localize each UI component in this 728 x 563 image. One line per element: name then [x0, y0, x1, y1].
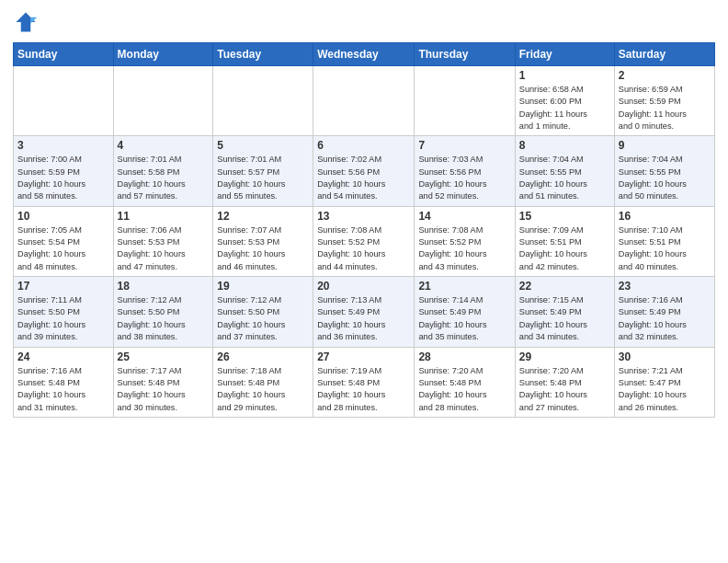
weekday-header-friday: Friday — [515, 43, 614, 66]
day-number: 6 — [317, 139, 410, 152]
day-cell: 30Sunrise: 7:21 AM Sunset: 5:47 PM Dayli… — [614, 347, 714, 417]
day-info: Sunrise: 7:17 AM Sunset: 5:48 PM Dayligh… — [118, 365, 210, 414]
svg-marker-1 — [30, 17, 37, 24]
calendar-table: SundayMondayTuesdayWednesdayThursdayFrid… — [13, 42, 715, 418]
logo-icon — [13, 9, 39, 35]
day-number: 2 — [619, 69, 711, 82]
day-info: Sunrise: 7:08 AM Sunset: 5:52 PM Dayligh… — [317, 224, 410, 273]
header — [13, 9, 715, 35]
day-info: Sunrise: 7:15 AM Sunset: 5:49 PM Dayligh… — [519, 294, 610, 343]
day-info: Sunrise: 7:08 AM Sunset: 5:52 PM Dayligh… — [418, 224, 510, 273]
day-info: Sunrise: 6:59 AM Sunset: 5:59 PM Dayligh… — [619, 84, 711, 132]
day-info: Sunrise: 7:19 AM Sunset: 5:48 PM Dayligh… — [317, 365, 410, 414]
day-info: Sunrise: 7:02 AM Sunset: 5:56 PM Dayligh… — [317, 154, 410, 202]
day-cell: 10Sunrise: 7:05 AM Sunset: 5:54 PM Dayli… — [14, 206, 114, 276]
day-number: 1 — [519, 69, 610, 82]
day-cell: 7Sunrise: 7:03 AM Sunset: 5:56 PM Daylig… — [415, 136, 515, 206]
day-info: Sunrise: 7:06 AM Sunset: 5:53 PM Dayligh… — [118, 224, 210, 273]
day-info: Sunrise: 7:07 AM Sunset: 5:53 PM Dayligh… — [217, 224, 309, 273]
day-info: Sunrise: 7:18 AM Sunset: 5:48 PM Dayligh… — [217, 365, 309, 414]
day-cell: 19Sunrise: 7:12 AM Sunset: 5:50 PM Dayli… — [213, 277, 313, 347]
day-cell: 5Sunrise: 7:01 AM Sunset: 5:57 PM Daylig… — [213, 136, 313, 206]
day-info: Sunrise: 6:58 AM Sunset: 6:00 PM Dayligh… — [519, 84, 610, 132]
day-cell: 6Sunrise: 7:02 AM Sunset: 5:56 PM Daylig… — [313, 136, 415, 206]
day-cell: 15Sunrise: 7:09 AM Sunset: 5:51 PM Dayli… — [515, 206, 614, 276]
day-cell: 26Sunrise: 7:18 AM Sunset: 5:48 PM Dayli… — [213, 347, 313, 417]
day-number: 23 — [619, 280, 711, 293]
day-info: Sunrise: 7:09 AM Sunset: 5:51 PM Dayligh… — [519, 224, 610, 273]
day-cell: 8Sunrise: 7:04 AM Sunset: 5:55 PM Daylig… — [515, 136, 614, 206]
day-info: Sunrise: 7:04 AM Sunset: 5:55 PM Dayligh… — [619, 154, 711, 202]
day-info: Sunrise: 7:13 AM Sunset: 5:49 PM Dayligh… — [317, 294, 410, 343]
day-number: 18 — [118, 280, 210, 293]
day-cell: 17Sunrise: 7:11 AM Sunset: 5:50 PM Dayli… — [14, 277, 114, 347]
day-number: 28 — [418, 350, 510, 363]
day-number: 19 — [217, 280, 309, 293]
day-info: Sunrise: 7:01 AM Sunset: 5:58 PM Dayligh… — [118, 154, 210, 202]
weekday-header-thursday: Thursday — [415, 43, 515, 66]
day-number: 11 — [118, 210, 210, 223]
weekday-header-tuesday: Tuesday — [213, 43, 313, 66]
week-row-4: 17Sunrise: 7:11 AM Sunset: 5:50 PM Dayli… — [14, 277, 715, 347]
day-info: Sunrise: 7:03 AM Sunset: 5:56 PM Dayligh… — [418, 154, 510, 202]
day-info: Sunrise: 7:12 AM Sunset: 5:50 PM Dayligh… — [217, 294, 309, 343]
day-cell — [213, 66, 313, 136]
day-info: Sunrise: 7:20 AM Sunset: 5:48 PM Dayligh… — [418, 365, 510, 414]
week-row-5: 24Sunrise: 7:16 AM Sunset: 5:48 PM Dayli… — [14, 347, 715, 417]
day-number: 7 — [418, 139, 510, 152]
day-number: 29 — [519, 350, 610, 363]
day-cell: 2Sunrise: 6:59 AM Sunset: 5:59 PM Daylig… — [614, 66, 714, 136]
day-info: Sunrise: 7:00 AM Sunset: 5:59 PM Dayligh… — [17, 154, 109, 202]
day-number: 10 — [17, 210, 109, 223]
svg-marker-0 — [17, 13, 36, 32]
day-number: 24 — [17, 350, 109, 363]
day-info: Sunrise: 7:20 AM Sunset: 5:48 PM Dayligh… — [519, 365, 610, 414]
day-info: Sunrise: 7:10 AM Sunset: 5:51 PM Dayligh… — [619, 224, 711, 273]
day-number: 21 — [418, 280, 510, 293]
day-info: Sunrise: 7:01 AM Sunset: 5:57 PM Dayligh… — [217, 154, 309, 202]
day-number: 22 — [519, 280, 610, 293]
day-number: 3 — [17, 139, 109, 152]
day-cell: 20Sunrise: 7:13 AM Sunset: 5:49 PM Dayli… — [313, 277, 415, 347]
day-cell: 21Sunrise: 7:14 AM Sunset: 5:49 PM Dayli… — [415, 277, 515, 347]
weekday-header-monday: Monday — [113, 43, 213, 66]
page: SundayMondayTuesdayWednesdayThursdayFrid… — [0, 0, 728, 563]
day-number: 14 — [418, 210, 510, 223]
day-cell: 27Sunrise: 7:19 AM Sunset: 5:48 PM Dayli… — [313, 347, 415, 417]
day-number: 15 — [519, 210, 610, 223]
day-number: 4 — [118, 139, 210, 152]
day-cell — [415, 66, 515, 136]
day-cell: 24Sunrise: 7:16 AM Sunset: 5:48 PM Dayli… — [14, 347, 114, 417]
week-row-1: 1Sunrise: 6:58 AM Sunset: 6:00 PM Daylig… — [14, 66, 715, 136]
day-number: 12 — [217, 210, 309, 223]
day-cell: 22Sunrise: 7:15 AM Sunset: 5:49 PM Dayli… — [515, 277, 614, 347]
day-cell: 4Sunrise: 7:01 AM Sunset: 5:58 PM Daylig… — [113, 136, 213, 206]
day-info: Sunrise: 7:05 AM Sunset: 5:54 PM Dayligh… — [17, 224, 109, 273]
day-cell: 12Sunrise: 7:07 AM Sunset: 5:53 PM Dayli… — [213, 206, 313, 276]
day-cell — [14, 66, 114, 136]
day-cell: 11Sunrise: 7:06 AM Sunset: 5:53 PM Dayli… — [113, 206, 213, 276]
day-cell: 23Sunrise: 7:16 AM Sunset: 5:49 PM Dayli… — [614, 277, 714, 347]
week-row-3: 10Sunrise: 7:05 AM Sunset: 5:54 PM Dayli… — [14, 206, 715, 276]
day-number: 9 — [619, 139, 711, 152]
day-cell: 1Sunrise: 6:58 AM Sunset: 6:00 PM Daylig… — [515, 66, 614, 136]
day-cell: 16Sunrise: 7:10 AM Sunset: 5:51 PM Dayli… — [614, 206, 714, 276]
day-number: 5 — [217, 139, 309, 152]
day-info: Sunrise: 7:16 AM Sunset: 5:48 PM Dayligh… — [17, 365, 109, 414]
weekday-header-wednesday: Wednesday — [313, 43, 415, 66]
day-info: Sunrise: 7:21 AM Sunset: 5:47 PM Dayligh… — [619, 365, 711, 414]
day-number: 16 — [619, 210, 711, 223]
weekday-header-sunday: Sunday — [14, 43, 114, 66]
day-info: Sunrise: 7:04 AM Sunset: 5:55 PM Dayligh… — [519, 154, 610, 202]
day-number: 8 — [519, 139, 610, 152]
day-number: 17 — [17, 280, 109, 293]
day-info: Sunrise: 7:14 AM Sunset: 5:49 PM Dayligh… — [418, 294, 510, 343]
day-cell: 3Sunrise: 7:00 AM Sunset: 5:59 PM Daylig… — [14, 136, 114, 206]
day-info: Sunrise: 7:11 AM Sunset: 5:50 PM Dayligh… — [17, 294, 109, 343]
day-cell: 14Sunrise: 7:08 AM Sunset: 5:52 PM Dayli… — [415, 206, 515, 276]
logo — [13, 9, 42, 35]
day-cell: 9Sunrise: 7:04 AM Sunset: 5:55 PM Daylig… — [614, 136, 714, 206]
day-info: Sunrise: 7:16 AM Sunset: 5:49 PM Dayligh… — [619, 294, 711, 343]
weekday-header-saturday: Saturday — [614, 43, 714, 66]
day-number: 27 — [317, 350, 410, 363]
